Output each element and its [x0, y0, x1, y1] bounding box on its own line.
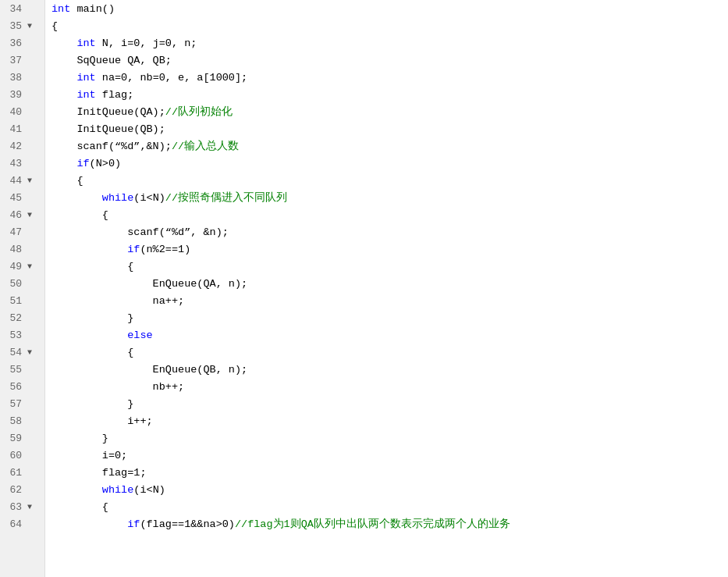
line-number-row: 51 — [0, 292, 44, 309]
code-content: int main(){ int N, i=0, j=0, n; SqQueue … — [45, 0, 728, 577]
line-number-row: 38 — [0, 69, 44, 86]
line-num: 35 — [3, 20, 25, 32]
code-lines: int main(){ int N, i=0, j=0, n; SqQueue … — [45, 0, 728, 532]
line-number-row: 52 — [0, 309, 44, 326]
line-number-row: 36 — [0, 34, 44, 52]
token-plain: { — [51, 347, 133, 358]
token-cm: //队列初始化 — [165, 105, 233, 119]
token-plain: { — [51, 501, 108, 513]
line-number-row: 62 — [0, 481, 44, 498]
line-num: 61 — [3, 467, 25, 479]
line-num: 47 — [3, 226, 25, 238]
line-number-row: 47 — [0, 223, 44, 240]
line-number-row: 57 — [0, 395, 44, 412]
line-number-row: 50 — [0, 275, 44, 292]
fold-arrow[interactable]: ▼ — [25, 211, 34, 219]
token-plain: nb++; — [51, 381, 184, 393]
fold-arrow[interactable]: ▼ — [25, 348, 34, 357]
token-plain: N, i=0, j=0, n; — [96, 37, 197, 49]
line-num: 60 — [3, 450, 25, 461]
line-number-row: 58 — [0, 412, 44, 429]
line-num: 55 — [3, 364, 25, 376]
code-line: { — [45, 17, 728, 34]
code-line: EnQueue(QB, n); — [45, 361, 728, 378]
fold-arrow[interactable]: ▼ — [25, 503, 34, 511]
line-num: 44 — [3, 175, 25, 187]
token-plain: na=0, nb=0, e, a[1000]; — [96, 72, 247, 84]
code-line: scanf(“%d”,&N);//输入总人数 — [45, 137, 728, 155]
token-plain: (flag==1&&na>0) — [140, 518, 235, 530]
line-num: 54 — [3, 347, 25, 358]
token-kw: int — [51, 3, 70, 15]
code-line: { — [45, 498, 728, 515]
token-plain: i++; — [51, 415, 153, 427]
token-plain: (n%2==1) — [140, 244, 190, 255]
line-num: 56 — [3, 381, 25, 393]
token-plain: } — [51, 433, 108, 444]
line-numbers: 3435▼363738394041424344▼4546▼474849▼5051… — [0, 0, 45, 577]
line-num: 53 — [3, 329, 25, 341]
token-plain: (i<N) — [133, 192, 165, 204]
line-num: 62 — [3, 484, 25, 496]
token-plain: } — [51, 312, 133, 324]
token-plain — [51, 244, 127, 255]
code-line: { — [45, 258, 728, 275]
token-plain: (N>0) — [90, 158, 122, 169]
line-num: 41 — [3, 123, 25, 135]
line-number-row: 39 — [0, 86, 44, 103]
code-line: if(flag==1&&na>0)//flag为1则QA队列中出队两个数表示完成… — [45, 515, 728, 532]
code-line: } — [45, 309, 728, 326]
code-line: i=0; — [45, 447, 728, 464]
code-area: 3435▼363738394041424344▼4546▼474849▼5051… — [0, 0, 728, 577]
code-line: InitQueue(QB); — [45, 120, 728, 137]
code-line: EnQueue(QA, n); — [45, 275, 728, 292]
code-editor: 3435▼363738394041424344▼4546▼474849▼5051… — [0, 0, 728, 577]
token-plain: flag=1; — [51, 467, 147, 479]
line-number-row: 48 — [0, 240, 44, 258]
token-kw: while — [102, 192, 134, 204]
token-plain — [51, 484, 102, 496]
code-line: nb++; — [45, 378, 728, 395]
token-plain: main() — [70, 3, 115, 15]
line-num: 43 — [3, 158, 25, 169]
code-line: } — [45, 429, 728, 447]
token-plain: scanf(“%d”,&N); — [51, 141, 172, 152]
fold-arrow[interactable]: ▼ — [25, 176, 34, 185]
line-number-row: 53 — [0, 326, 44, 344]
code-line: } — [45, 395, 728, 412]
token-kw: if — [76, 158, 89, 169]
line-number-row: 44▼ — [0, 172, 44, 189]
code-line: int na=0, nb=0, e, a[1000]; — [45, 69, 728, 86]
token-plain: na++; — [51, 295, 184, 307]
line-num: 36 — [3, 37, 25, 49]
code-line: flag=1; — [45, 464, 728, 481]
line-num: 45 — [3, 192, 25, 204]
token-plain: SqQueue QA, QB; — [51, 55, 172, 66]
line-number-row: 61 — [0, 464, 44, 481]
line-number-row: 40 — [0, 103, 44, 120]
line-num: 50 — [3, 278, 25, 290]
fold-arrow[interactable]: ▼ — [25, 262, 34, 271]
line-number-row: 60 — [0, 447, 44, 464]
line-num: 57 — [3, 398, 25, 410]
token-kw: int — [76, 89, 95, 101]
line-num: 48 — [3, 244, 25, 255]
line-number-row: 56 — [0, 378, 44, 395]
token-plain — [51, 89, 76, 101]
code-line: { — [45, 344, 728, 361]
token-plain: (i<N) — [133, 484, 165, 496]
code-line: if(N>0) — [45, 155, 728, 172]
line-number-row: 54▼ — [0, 344, 44, 361]
token-kw: int — [76, 37, 95, 49]
token-plain — [51, 158, 76, 169]
line-number-row: 49▼ — [0, 258, 44, 275]
fold-arrow[interactable]: ▼ — [25, 22, 34, 30]
line-num: 52 — [3, 312, 25, 324]
line-num: 58 — [3, 415, 25, 427]
line-number-row: 46▼ — [0, 206, 44, 223]
token-kw: if — [127, 518, 140, 530]
token-plain: InitQueue(QB); — [51, 123, 165, 135]
token-plain: i=0; — [51, 450, 127, 461]
line-num: 38 — [3, 72, 25, 84]
token-kw: if — [127, 244, 140, 255]
